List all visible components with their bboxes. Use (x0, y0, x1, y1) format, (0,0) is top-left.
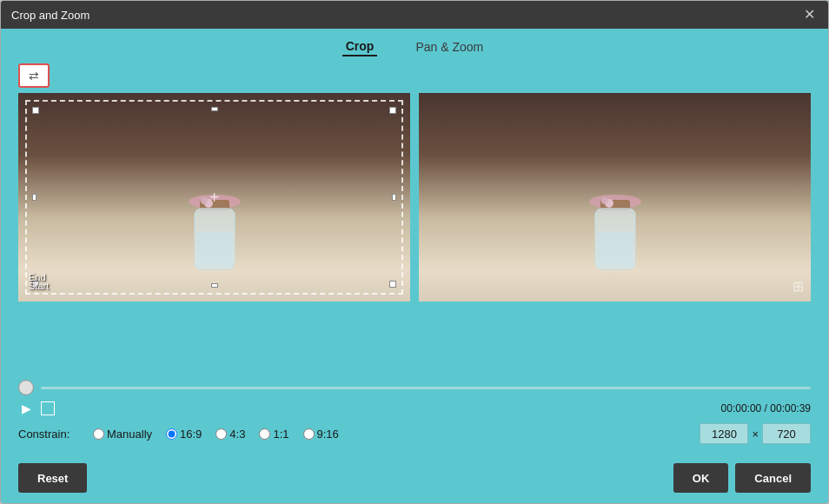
source-image-panel: + End Start (18, 93, 410, 302)
radio-9-16-label[interactable]: 9:16 (317, 428, 339, 441)
radio-1-1-input[interactable] (259, 428, 270, 440)
images-row: + End Start ⊞ (1, 93, 828, 371)
dialog-title: Crop and Zoom (11, 9, 90, 22)
time-total: 00:00:39 (770, 402, 811, 414)
size-x-separator: × (752, 428, 759, 441)
jar-illustration-right (576, 184, 654, 288)
jar-illustration-left (176, 184, 254, 288)
tab-bar: Crop Pan & Zoom (1, 29, 828, 63)
radio-9-16-input[interactable] (303, 428, 315, 440)
time-display: 00:00:00 / 00:00:39 (721, 402, 811, 414)
svg-rect-3 (196, 232, 233, 268)
slider-thumb[interactable] (18, 380, 34, 395)
timeline-slider-row (18, 380, 811, 395)
radio-manually-input[interactable] (93, 428, 104, 440)
radio-1-1: 1:1 (259, 428, 288, 441)
height-input[interactable] (762, 423, 811, 444)
footer-right-buttons: OK Cancel (673, 463, 811, 493)
cancel-button[interactable]: Cancel (735, 463, 811, 493)
play-button[interactable]: ▶ (18, 401, 34, 416)
width-input[interactable] (700, 423, 748, 444)
svg-point-11 (601, 197, 608, 204)
svg-rect-9 (597, 232, 633, 268)
playback-controls: ▶ (18, 401, 55, 416)
radio-16-9-label[interactable]: 16:9 (180, 428, 202, 441)
ok-button[interactable]: OK (673, 463, 729, 493)
reset-button[interactable]: Reset (18, 463, 87, 493)
controls-area: ▶ 00:00:00 / 00:00:39 Constrain: Manuall… (1, 371, 828, 456)
slider-track[interactable] (41, 387, 811, 389)
time-current: 00:00:00 (721, 402, 762, 414)
radio-4-3-input[interactable] (216, 428, 227, 440)
svg-point-5 (201, 197, 208, 204)
size-inputs: × (700, 423, 811, 444)
radio-4-3: 4:3 (216, 428, 245, 441)
radio-1-1-label[interactable]: 1:1 (273, 428, 288, 441)
radio-16-9-input[interactable] (166, 428, 177, 440)
radio-4-3-label[interactable]: 4:3 (229, 428, 245, 441)
start-label: Start (29, 281, 49, 291)
tab-pan-zoom[interactable]: Pan & Zoom (412, 38, 487, 56)
radio-9-16: 9:16 (303, 428, 339, 441)
preview-image-panel: ⊞ (419, 93, 811, 302)
footer-row: Reset OK Cancel (1, 456, 828, 503)
flip-icon: ⇄ (29, 69, 39, 83)
tab-crop[interactable]: Crop (342, 37, 378, 56)
flip-button[interactable]: ⇄ (18, 63, 50, 88)
preview-corner-icon: ⊞ (793, 278, 804, 295)
constrain-row: Constrain: Manually 16:9 4:3 1:1 9:16 (18, 423, 811, 444)
close-button[interactable]: ✕ (800, 6, 818, 23)
crop-and-zoom-dialog: Crop and Zoom ✕ Crop Pan & Zoom ⇄ (0, 0, 829, 504)
radio-manually-label[interactable]: Manually (107, 428, 152, 441)
radio-manually: Manually (93, 428, 152, 441)
stop-button[interactable] (41, 401, 55, 415)
image-toolbar: ⇄ (1, 63, 828, 93)
radio-16-9: 16:9 (166, 428, 202, 441)
title-bar: Crop and Zoom ✕ (1, 1, 828, 29)
constrain-label: Constrain: (18, 428, 79, 441)
playback-row: ▶ 00:00:00 / 00:00:39 (18, 401, 811, 416)
